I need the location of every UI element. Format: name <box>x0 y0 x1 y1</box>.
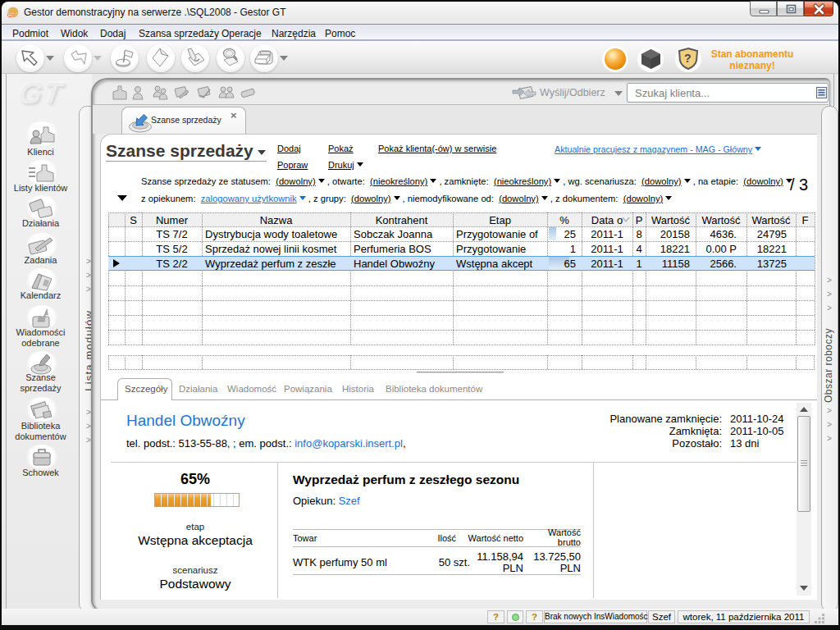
svg-text:GT: GT <box>7 11 18 19</box>
svg-text:?: ? <box>684 52 692 65</box>
